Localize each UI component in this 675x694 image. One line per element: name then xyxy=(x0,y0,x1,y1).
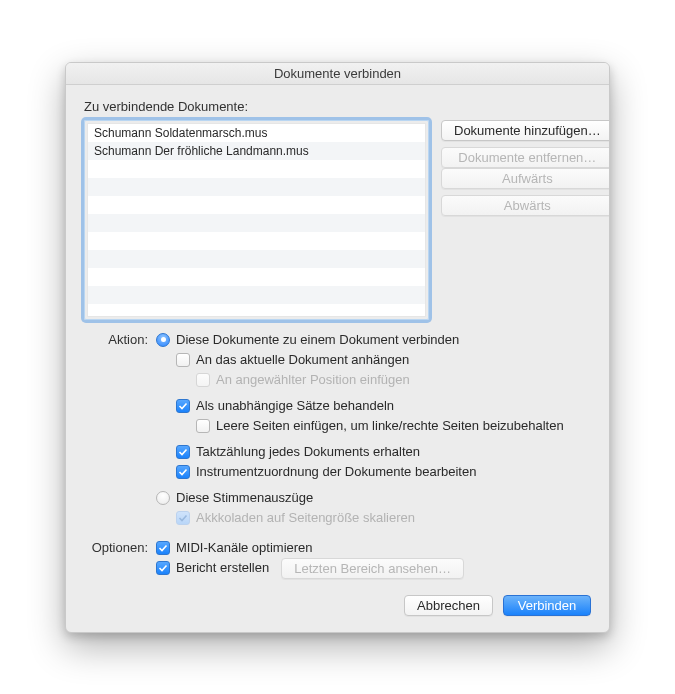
add-documents-button[interactable]: Dokumente hinzufügen… xyxy=(441,120,610,141)
merge-radio-label: Diese Dokumente zu einem Dokument verbin… xyxy=(176,332,459,348)
parts-radio[interactable] xyxy=(156,491,170,505)
keep-measure-numbering-checkbox[interactable] xyxy=(176,445,190,459)
edit-instrument-mapping-label: Instrumentzuordnung der Dokumente bearbe… xyxy=(196,464,476,480)
optimize-midi-label: MIDI-Kanäle optimieren xyxy=(176,540,313,556)
documents-list[interactable]: Schumann Soldatenmarsch.musSchumann Der … xyxy=(84,120,429,320)
move-down-button[interactable]: Abwärts xyxy=(441,195,610,216)
blank-pages-checkbox[interactable] xyxy=(196,419,210,433)
list-item xyxy=(88,304,425,317)
parts-radio-label: Diese Stimmenauszüge xyxy=(176,490,313,506)
list-item[interactable]: Schumann Soldatenmarsch.mus xyxy=(88,124,425,142)
independent-movements-checkbox[interactable] xyxy=(176,399,190,413)
optimize-midi-checkbox[interactable] xyxy=(156,541,170,555)
list-item xyxy=(88,160,425,178)
list-item xyxy=(88,178,425,196)
blank-pages-label: Leere Seiten einfügen, um linke/rechte S… xyxy=(216,418,564,434)
keep-measure-numbering-label: Taktzählung jedes Dokuments erhalten xyxy=(196,444,420,460)
merge-radio[interactable] xyxy=(156,333,170,347)
insert-at-selection-checkbox xyxy=(196,373,210,387)
scale-systems-label: Akkkoladen auf Seitengröße skalieren xyxy=(196,510,415,526)
merge-button[interactable]: Verbinden xyxy=(503,595,591,616)
documents-list-label: Zu verbindende Dokumente: xyxy=(84,99,591,114)
action-label: Aktion: xyxy=(84,330,148,528)
list-item[interactable]: Schumann Der fröhliche Landmann.mus xyxy=(88,142,425,160)
independent-movements-label: Als unabhängige Sätze behandeln xyxy=(196,398,394,414)
append-checkbox-label: An das aktuelle Dokument anhängen xyxy=(196,352,409,368)
list-item xyxy=(88,232,425,250)
list-item xyxy=(88,214,425,232)
remove-documents-button[interactable]: Dokumente entfernen… xyxy=(441,147,610,168)
list-item xyxy=(88,268,425,286)
options-label: Optionen: xyxy=(84,538,148,579)
list-item xyxy=(88,250,425,268)
list-item xyxy=(88,196,425,214)
view-last-report-button[interactable]: Letzten Bereich ansehen… xyxy=(281,558,464,579)
edit-instrument-mapping-checkbox[interactable] xyxy=(176,465,190,479)
dialog-title: Dokumente verbinden xyxy=(66,63,609,85)
append-checkbox[interactable] xyxy=(176,353,190,367)
create-report-checkbox[interactable] xyxy=(156,561,170,575)
move-up-button[interactable]: Aufwärts xyxy=(441,168,610,189)
list-item xyxy=(88,286,425,304)
merge-documents-dialog: Dokumente verbinden Zu verbindende Dokum… xyxy=(65,62,610,633)
insert-at-selection-label: An angewählter Position einfügen xyxy=(216,372,410,388)
scale-systems-checkbox xyxy=(176,511,190,525)
cancel-button[interactable]: Abbrechen xyxy=(404,595,493,616)
create-report-label: Bericht erstellen xyxy=(176,560,269,576)
